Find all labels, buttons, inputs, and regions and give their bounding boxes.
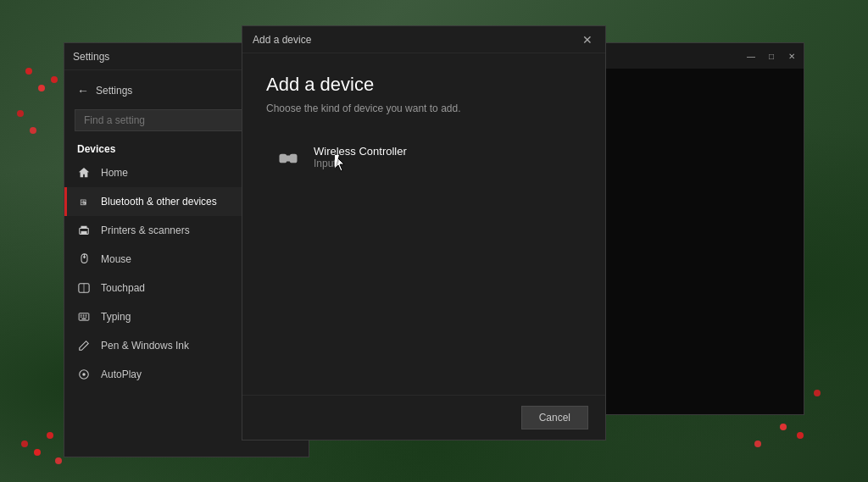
berry [797,432,804,439]
dialog-body: Add a device Choose the kind of device y… [242,53,605,395]
berry [25,68,32,75]
device-name: Wireless Controller [314,145,407,158]
back-icon: ← [77,84,89,97]
dialog-titlebar-text: Add a device [253,34,311,46]
svg-rect-14 [86,317,87,318]
svg-rect-22 [280,158,283,159]
sidebar-item-bluetooth-label: Bluetooth & other devices [101,196,217,208]
printer-icon [77,224,91,237]
add-device-dialog: Add a device ✕ Add a device Choose the k… [242,25,606,440]
dialog-titlebar: Add a device ✕ [242,26,605,53]
desktop: Settings ← Settings Devices Home [0,0,868,482]
home-icon [77,166,91,180]
svg-rect-11 [86,315,87,316]
pen-icon [77,339,91,352]
berry [51,76,58,83]
svg-point-26 [292,159,294,161]
berry [780,424,787,430]
berry [754,440,761,447]
svg-point-23 [292,156,294,158]
berry [47,432,53,439]
sidebar-item-autoplay-label: AutoPlay [101,368,142,380]
berry [21,440,28,447]
berry [30,127,36,134]
device-option-wireless-controller[interactable]: Wireless Controller Input [266,135,581,182]
minimize-button[interactable]: — [746,51,756,61]
sidebar-item-home-label: Home [101,167,128,179]
touchpad-icon [77,281,91,295]
mouse-icon [77,252,91,266]
svg-point-24 [294,158,296,159]
keyboard-icon [77,310,91,324]
svg-rect-15 [82,319,86,319]
settings-title: Settings [96,85,132,97]
close-button[interactable]: ✕ [787,51,797,61]
svg-point-5 [83,256,86,258]
berry [38,85,45,91]
wireless-controller-icon [275,145,302,172]
svg-rect-13 [83,317,85,318]
svg-rect-10 [83,315,85,316]
svg-point-17 [82,373,86,376]
berry [34,449,41,456]
sidebar-item-touchpad-label: Touchpad [101,282,145,294]
autoplay-icon [77,368,91,381]
svg-text:⊞: ⊞ [79,197,86,207]
sidebar-item-printers-label: Printers & scanners [101,224,190,236]
sidebar-item-mouse-label: Mouse [101,253,131,265]
bluetooth-icon: ⊞ [77,195,91,208]
settings-window-title: Settings [73,51,109,63]
svg-rect-9 [81,315,82,316]
device-info: Wireless Controller Input [314,145,407,169]
svg-rect-12 [81,317,82,318]
svg-rect-2 [81,231,87,235]
berry [55,457,62,464]
maximize-button[interactable]: □ [766,51,776,61]
dialog-heading: Add a device [266,74,581,96]
sidebar-item-typing-label: Typing [101,311,131,323]
sidebar-item-pen-label: Pen & Windows Ink [101,340,189,352]
berry [17,110,24,117]
dialog-subtitle: Choose the kind of device you want to ad… [266,102,581,114]
dialog-close-button[interactable]: ✕ [580,32,595,47]
device-type: Input [314,158,407,169]
cancel-button[interactable]: Cancel [521,406,588,429]
dialog-footer: Cancel [242,395,605,440]
berry [814,390,821,396]
svg-point-25 [291,158,292,159]
